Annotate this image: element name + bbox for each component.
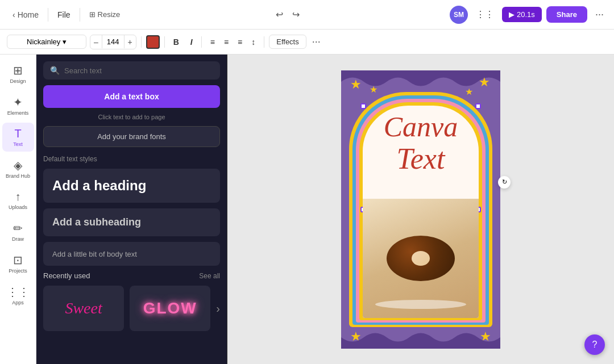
format-bar: Nickainley ▾ – 144 + B I ≡ ≡ ≡ ↕ Effects… xyxy=(0,30,614,55)
undo-button[interactable]: ↩ xyxy=(272,6,287,23)
font-selector[interactable]: Nickainley ▾ xyxy=(7,35,86,49)
brand-fonts-button[interactable]: Add your brand fonts xyxy=(43,126,220,147)
brand-hub-icon: ◈ xyxy=(14,158,22,172)
align-right-button[interactable]: ≡ xyxy=(234,35,246,49)
topbar-left: ‹ Home File ⊞ Resize xyxy=(7,7,126,23)
format-divider-1 xyxy=(141,36,142,48)
donut-image-area xyxy=(363,199,479,318)
sidebar: ⊞ Design ✦ Elements T Text ◈ Brand Hub ↑… xyxy=(0,55,36,364)
search-bar[interactable]: 🔍 xyxy=(43,61,220,80)
canva-text-line1: Canva xyxy=(363,111,479,143)
sidebar-item-elements[interactable]: ✦ Elements xyxy=(2,91,34,120)
text-panel: 🔍 Add a text box Click text to add to pa… xyxy=(36,55,227,364)
heading-style-item[interactable]: Add a heading xyxy=(43,169,220,203)
default-styles-label: Default text styles xyxy=(43,155,220,163)
play-icon: ▶ xyxy=(509,10,515,19)
star-top-left2-icon: ★ xyxy=(370,84,377,95)
body-preview: Add a little bit of body text xyxy=(52,250,137,258)
font-preview-glow[interactable]: GLOW xyxy=(130,286,210,331)
donut-visual xyxy=(387,236,455,281)
share-button[interactable]: Share xyxy=(546,6,587,23)
see-all-button[interactable]: See all xyxy=(199,272,220,280)
draw-icon: ✏ xyxy=(13,221,23,235)
add-text-box-button[interactable]: Add a text box xyxy=(43,85,220,108)
format-divider-3 xyxy=(201,36,202,48)
star-top-left-icon: ★ xyxy=(350,77,362,92)
text-spacing-button[interactable]: ↕ xyxy=(247,35,259,49)
rotation-handle[interactable]: ↻ xyxy=(498,176,511,189)
body-style-item[interactable]: Add a little bit of body text xyxy=(43,242,220,266)
team-button[interactable]: ⋮⋮ xyxy=(472,6,497,23)
topbar-right: SM ⋮⋮ ▶ 20.1s Share ··· xyxy=(450,5,607,24)
more-format-options-button[interactable]: ··· xyxy=(310,34,323,50)
canvas-area[interactable]: ‹ ★ ★ ★ ★ ★ ★ xyxy=(227,55,614,364)
sidebar-item-text[interactable]: T Text xyxy=(2,123,34,152)
wavy-bottom-decoration xyxy=(341,329,500,349)
selection-handle-top-right[interactable] xyxy=(475,103,481,109)
click-hint: Click text to add to page xyxy=(43,114,220,120)
chevron-down-icon: ▾ xyxy=(63,37,67,46)
subheading-preview: Add a subheading xyxy=(52,216,141,228)
main-area: ⊞ Design ✦ Elements T Text ◈ Brand Hub ↑… xyxy=(0,55,614,364)
home-button[interactable]: ‹ Home xyxy=(7,7,44,23)
topbar-center: ↩ ↪ xyxy=(130,6,445,23)
heading-preview: Add a heading xyxy=(52,178,211,194)
present-button[interactable]: ▶ 20.1s xyxy=(502,7,542,22)
sidebar-item-uploads[interactable]: ↑ Uploads xyxy=(2,186,34,215)
search-icon: 🔍 xyxy=(50,66,60,75)
sweet-text-preview: Sweet xyxy=(65,299,102,317)
divider xyxy=(48,8,48,22)
wavy-top-decoration xyxy=(341,70,500,90)
chevron-left-icon: ‹ xyxy=(13,10,15,19)
format-divider-4 xyxy=(264,36,264,48)
sidebar-item-projects[interactable]: ⊡ Projects xyxy=(2,249,34,278)
color-swatch[interactable] xyxy=(146,35,160,49)
font-size-increase-button[interactable]: + xyxy=(125,35,136,49)
design-icon: ⊞ xyxy=(13,64,23,77)
recently-used-header: Recently used See all xyxy=(43,271,220,280)
subheading-style-item[interactable]: Add a subheading xyxy=(43,208,220,236)
more-options-button[interactable]: ··· xyxy=(592,5,607,24)
undo-redo-group: ↩ ↪ xyxy=(272,6,303,23)
avatar: SM xyxy=(450,6,468,24)
apps-icon: ⋮⋮ xyxy=(7,285,30,299)
align-buttons: ≡ ≡ ≡ ↕ xyxy=(206,35,260,49)
uploads-icon: ↑ xyxy=(15,190,21,203)
font-preview-sweet[interactable]: Sweet xyxy=(43,286,124,331)
resize-button[interactable]: ⊞ Resize xyxy=(84,7,126,22)
topbar: ‹ Home File ⊞ Resize ↩ ↪ SM ⋮⋮ ▶ 20.1s S… xyxy=(0,0,614,30)
donut-hole xyxy=(412,251,430,266)
star-top-right-icon: ★ xyxy=(479,75,490,90)
align-center-button[interactable]: ≡ xyxy=(220,35,233,49)
search-input[interactable] xyxy=(64,66,213,75)
plate-shadow xyxy=(375,300,466,309)
canva-text-container: Canva Text xyxy=(363,111,479,175)
sidebar-item-apps[interactable]: ⋮⋮ Apps xyxy=(2,281,34,310)
help-button[interactable]: ? xyxy=(584,334,605,355)
font-size-decrease-button[interactable]: – xyxy=(90,35,102,49)
format-divider-2 xyxy=(164,36,165,48)
align-left-button[interactable]: ≡ xyxy=(206,35,219,49)
sidebar-item-brand-hub[interactable]: ◈ Brand Hub xyxy=(2,154,34,183)
font-size-value: 144 xyxy=(102,35,125,48)
sidebar-item-draw[interactable]: ✏ Draw xyxy=(2,217,34,246)
elements-icon: ✦ xyxy=(13,95,23,109)
canva-text-line2: Text xyxy=(363,143,479,175)
divider2 xyxy=(80,8,80,22)
projects-icon: ⊡ xyxy=(13,253,23,267)
effects-button[interactable]: Effects xyxy=(269,35,306,49)
glow-text-preview: GLOW xyxy=(143,299,197,317)
font-previews-row: Sweet GLOW › xyxy=(43,286,220,331)
resize-icon: ⊞ xyxy=(89,10,96,19)
selection-handle-top-left[interactable] xyxy=(360,103,366,109)
redo-button[interactable]: ↪ xyxy=(289,6,303,23)
canvas-design: ★ ★ ★ ★ ★ ★ Canva Text xyxy=(341,70,500,349)
star-top-right2-icon: ★ xyxy=(465,86,473,97)
italic-button[interactable]: I xyxy=(186,35,197,49)
sidebar-item-design[interactable]: ⊞ Design xyxy=(2,59,34,89)
bold-button[interactable]: B xyxy=(169,35,183,49)
donut-shape xyxy=(387,236,455,281)
recently-used-label: Recently used xyxy=(43,271,90,280)
file-button[interactable]: File xyxy=(52,7,76,23)
more-fonts-arrow[interactable]: › xyxy=(216,302,220,315)
